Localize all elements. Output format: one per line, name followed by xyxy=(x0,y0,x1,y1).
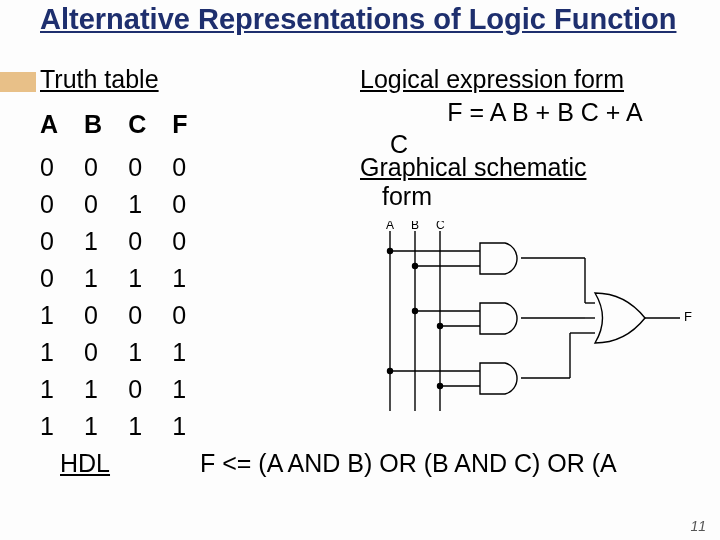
logic-schematic-diagram: A B C xyxy=(360,221,700,421)
svg-point-19 xyxy=(438,383,443,388)
table-row: 0000 xyxy=(40,149,213,186)
table-body: 0000 0010 0100 0111 1000 1011 1101 1111 xyxy=(40,149,213,445)
table-row: 0111 xyxy=(40,260,213,297)
svg-point-13 xyxy=(413,308,418,313)
hdl-expression: F <= (A AND B) OR (B AND C) OR (A xyxy=(200,449,700,478)
col-header: C xyxy=(128,106,172,149)
right-column: Logical expression form F = A B + B C + … xyxy=(350,65,700,445)
svg-point-18 xyxy=(388,368,393,373)
svg-point-8 xyxy=(388,248,393,253)
svg-text:A: A xyxy=(386,221,394,232)
truth-table-label: Truth table xyxy=(40,65,350,94)
table-row: 0010 xyxy=(40,186,213,223)
expression-label: Logical expression form xyxy=(360,65,700,94)
page-number: 11 xyxy=(690,518,706,534)
col-header: A xyxy=(40,106,84,149)
table-row: 1101 xyxy=(40,371,213,408)
schematic-form-label: form xyxy=(360,182,700,211)
accent-bar xyxy=(0,72,36,92)
table-row: 0100 xyxy=(40,223,213,260)
expression-formula: F = A B + B C + A C xyxy=(360,96,700,161)
truth-table-column: Truth table A B C F 0000 0010 0100 0111 … xyxy=(40,65,350,445)
slide-title: Alternative Representations of Logic Fun… xyxy=(0,2,720,45)
svg-text:B: B xyxy=(411,221,419,232)
hdl-label: HDL xyxy=(60,449,200,478)
table-row: 1111 xyxy=(40,408,213,445)
svg-text:F: F xyxy=(684,309,692,324)
col-header: B xyxy=(84,106,128,149)
svg-point-9 xyxy=(413,263,418,268)
col-header: F xyxy=(172,106,213,149)
table-header-row: A B C F xyxy=(40,106,213,149)
table-row: 1000 xyxy=(40,297,213,334)
svg-point-14 xyxy=(438,323,443,328)
table-row: 1011 xyxy=(40,334,213,371)
content-area: Truth table A B C F 0000 0010 0100 0111 … xyxy=(0,45,720,445)
svg-text:C: C xyxy=(436,221,445,232)
truth-table: A B C F 0000 0010 0100 0111 1000 1011 11… xyxy=(40,106,213,445)
hdl-row: HDL F <= (A AND B) OR (B AND C) OR (A xyxy=(0,445,720,478)
